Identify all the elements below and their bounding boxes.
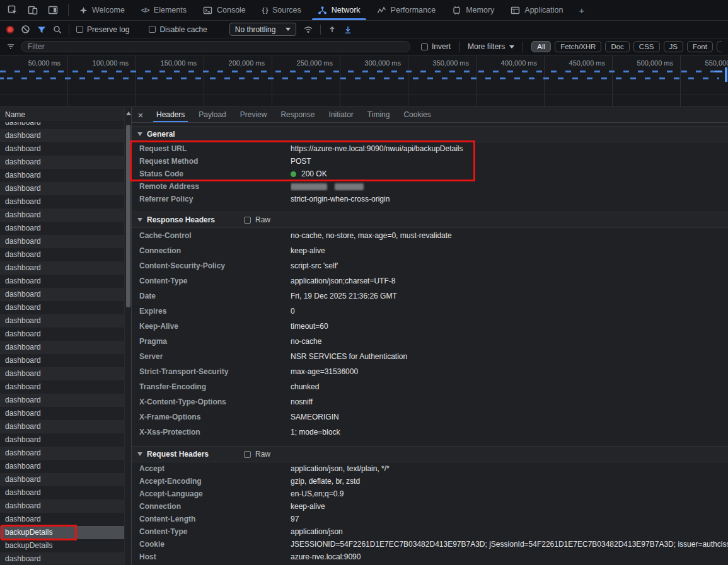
- request-row[interactable]: dashboard: [0, 447, 124, 460]
- scroll-up-icon[interactable]: [126, 111, 131, 115]
- request-row[interactable]: dashboard: [0, 208, 124, 222]
- request-headers-section-header[interactable]: Request Headers Raw: [132, 446, 728, 462]
- scrollbar-thumb[interactable]: [126, 125, 130, 307]
- request-row[interactable]: dashboard: [0, 129, 124, 142]
- disable-cache-toggle[interactable]: Disable cache: [149, 25, 207, 34]
- tab-network[interactable]: Network: [309, 0, 369, 20]
- raw-toggle[interactable]: Raw: [244, 215, 270, 224]
- request-row[interactable]: backupDetails: [0, 539, 124, 552]
- preserve-log-toggle[interactable]: Preserve log: [76, 25, 129, 34]
- response-headers-section-header[interactable]: Response Headers Raw: [132, 212, 728, 228]
- tab-welcome[interactable]: Welcome: [71, 0, 133, 20]
- tab-performance[interactable]: Performance: [369, 0, 444, 20]
- tab-application[interactable]: Application: [502, 0, 571, 20]
- request-details-panel: × Headers Payload Preview Response Initi…: [132, 107, 728, 565]
- request-row[interactable]: dashboard: [0, 182, 124, 195]
- network-conditions-icon[interactable]: [303, 25, 313, 34]
- detail-tab[interactable]: Response: [274, 107, 321, 122]
- header-value: max-age=31536000: [291, 367, 728, 376]
- type-filter-pill[interactable]: Img: [717, 41, 722, 52]
- request-row[interactable]: dashboard: [0, 235, 124, 248]
- request-row[interactable]: dashboard: [0, 248, 124, 261]
- request-row[interactable]: dashboard: [0, 407, 124, 420]
- more-tabs-button[interactable]: +: [571, 0, 592, 20]
- request-row[interactable]: dashboard: [0, 486, 124, 499]
- request-row[interactable]: dashboard: [0, 354, 124, 367]
- request-row[interactable]: dashboard: [0, 380, 124, 394]
- type-filter-pill[interactable]: CSS: [633, 41, 660, 52]
- request-row[interactable]: dashboard: [0, 499, 124, 513]
- tab-memory[interactable]: Memory: [444, 0, 502, 20]
- request-row[interactable]: dashboard: [0, 195, 124, 208]
- tab-console[interactable]: Console: [195, 0, 254, 20]
- inspect-icon[interactable]: [8, 5, 18, 15]
- request-row[interactable]: dashboard: [0, 301, 124, 314]
- request-name: dashboard: [5, 237, 41, 246]
- dock-side-icon[interactable]: [48, 5, 58, 15]
- request-name: dashboard: [5, 171, 41, 180]
- request-row[interactable]: backupDetails: [0, 526, 124, 539]
- detail-tab[interactable]: Headers: [149, 107, 192, 122]
- header-row: Strict-Transport-Security max-age=315360…: [132, 364, 728, 379]
- request-row[interactable]: dashboard: [0, 288, 124, 301]
- invert-checkbox[interactable]: [421, 43, 428, 50]
- header-value: chunked: [291, 382, 728, 391]
- request-row[interactable]: dashboard: [0, 328, 124, 341]
- request-row[interactable]: dashboard: [0, 552, 124, 565]
- request-row[interactable]: dashboard: [0, 473, 124, 486]
- request-row[interactable]: dashboard: [0, 513, 124, 526]
- raw-checkbox[interactable]: [244, 451, 251, 458]
- type-filter-pill[interactable]: JS: [664, 41, 683, 52]
- type-filter-pill[interactable]: All: [531, 41, 551, 52]
- request-row[interactable]: dashboard: [0, 341, 124, 354]
- detail-tab[interactable]: Cookies: [396, 107, 437, 122]
- invert-toggle[interactable]: Invert: [421, 42, 451, 51]
- device-toolbar-icon[interactable]: [28, 5, 38, 15]
- request-row[interactable]: dashboard: [0, 394, 124, 407]
- detail-tab[interactable]: Timing: [361, 107, 397, 122]
- request-row[interactable]: dashboard: [0, 275, 124, 288]
- throttling-select[interactable]: No throttling: [229, 23, 297, 36]
- export-har-icon[interactable]: [344, 25, 352, 34]
- detail-tab[interactable]: Initiator: [321, 107, 360, 122]
- header-name: Content-Type: [139, 277, 291, 285]
- detail-tab[interactable]: Payload: [192, 107, 233, 122]
- preserve-log-checkbox[interactable]: [76, 26, 83, 33]
- toolbar-divider: [459, 42, 459, 52]
- filter-input[interactable]: [21, 41, 410, 52]
- record-icon[interactable]: [6, 26, 14, 33]
- detail-tab[interactable]: Preview: [233, 107, 274, 122]
- type-filter-pill[interactable]: Font: [687, 41, 713, 52]
- type-filter-pill[interactable]: Fetch/XHR: [555, 41, 601, 52]
- request-row[interactable]: dashboard: [0, 222, 124, 235]
- request-row[interactable]: dashboard: [0, 314, 124, 328]
- request-row[interactable]: dashboard: [0, 169, 124, 182]
- request-row[interactable]: dashboard: [0, 367, 124, 380]
- raw-toggle[interactable]: Raw: [244, 450, 270, 459]
- raw-checkbox[interactable]: [244, 217, 251, 224]
- import-har-icon[interactable]: [328, 25, 337, 34]
- tab-elements[interactable]: </> Elements: [133, 0, 195, 20]
- general-section-header[interactable]: General: [132, 126, 728, 142]
- request-row[interactable]: dashboard: [0, 261, 124, 275]
- filter-toggle-icon[interactable]: [37, 25, 46, 34]
- request-row[interactable]: dashboard: [0, 433, 124, 447]
- tab-sources[interactable]: { } Sources: [254, 0, 309, 20]
- close-icon[interactable]: ×: [132, 107, 149, 122]
- request-row[interactable]: dashboard: [0, 420, 124, 433]
- section-title: General: [147, 130, 175, 139]
- more-filters-button[interactable]: More filters: [468, 42, 514, 51]
- tab-label: Elements: [154, 6, 187, 14]
- request-row[interactable]: dashboard: [0, 460, 124, 473]
- type-filter-pill[interactable]: Doc: [605, 41, 629, 52]
- clear-icon[interactable]: [21, 25, 30, 34]
- disable-cache-checkbox[interactable]: [149, 26, 156, 33]
- network-overview-timeline[interactable]: 50,000 ms100,000 ms150,000 ms200,000 ms2…: [0, 55, 728, 107]
- header-name: Remote Address: [139, 182, 291, 191]
- search-icon[interactable]: [53, 25, 62, 34]
- request-list-scrollbar[interactable]: [124, 107, 131, 565]
- request-row[interactable]: dashboard: [0, 122, 124, 129]
- name-column-header[interactable]: Name: [0, 107, 124, 122]
- request-row[interactable]: dashboard: [0, 142, 124, 156]
- request-row[interactable]: dashboard: [0, 156, 124, 169]
